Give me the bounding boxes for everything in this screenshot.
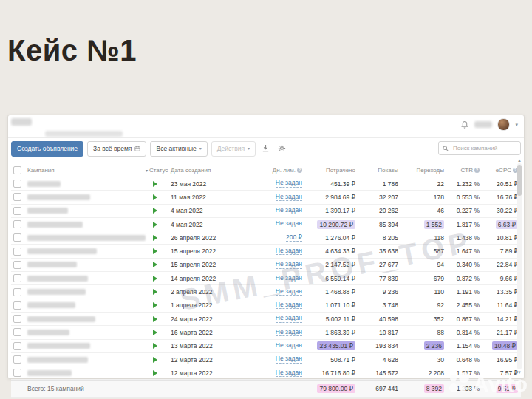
cell-created-date: 12 марта 2022 [171,369,242,377]
campaign-name-blurred[interactable] [27,181,61,187]
row-checkbox[interactable] [13,315,21,323]
status-active-icon[interactable] [153,194,157,200]
cell-clicks: 88 [398,329,444,336]
campaign-name-blurred[interactable] [27,222,83,228]
campaign-name-blurred[interactable] [27,302,75,308]
status-active-icon[interactable] [153,262,157,267]
daily-limit-link[interactable]: Не задан [276,342,302,349]
column-header-Кампания[interactable]: Кампания [27,167,146,174]
scrollbar-track[interactable] [517,163,522,369]
status-active-icon[interactable] [153,276,157,282]
cell-clicks: 2 208 [398,369,444,377]
row-checkbox[interactable] [13,369,21,377]
row-checkbox[interactable] [13,274,21,282]
campaign-name-blurred[interactable] [27,316,95,322]
status-active-icon[interactable] [153,302,157,308]
daily-limit-link[interactable]: Не задан [276,315,302,322]
daily-limit-link[interactable]: Не задан [276,301,302,309]
status-active-icon[interactable] [153,208,157,214]
create-ad-button[interactable]: Создать объявление [11,141,83,157]
row-checkbox[interactable] [13,248,21,256]
campaign-search [438,141,521,155]
period-button[interactable]: За всё время [87,141,146,157]
avatar[interactable] [497,118,510,131]
daily-limit-link[interactable]: Не задан [276,194,302,201]
row-checkbox[interactable] [13,288,21,296]
row-checkbox[interactable] [13,220,21,228]
status-active-icon[interactable] [153,370,157,376]
column-header-CTR[interactable]: CTR? [444,167,480,174]
campaign-name-blurred[interactable] [27,262,77,267]
campaign-name-blurred[interactable] [27,194,90,200]
column-header-Статус[interactable]: ▾Статус [146,167,171,174]
scrollbar-thumb[interactable] [517,165,522,196]
bell-icon[interactable] [460,120,469,129]
campaign-name-blurred[interactable] [27,289,86,295]
campaign-name-blurred[interactable] [27,276,88,282]
screenshot: Кейс №1 ▾ Создать объявление За всё врем… [0,0,532,399]
status-active-icon[interactable] [153,357,157,363]
row-checkbox[interactable] [13,261,21,269]
download-icon [262,144,270,152]
column-header-eCPC[interactable]: eCPC? [480,167,518,174]
row-checkbox[interactable] [13,193,21,201]
status-active-icon[interactable] [153,181,157,187]
campaign-name-blurred[interactable] [27,370,72,376]
status-active-icon[interactable] [153,222,157,228]
column-header-Переходы[interactable]: Переходы [398,167,444,174]
daily-limit-link[interactable]: Не задан [276,369,302,377]
campaign-name-blurred[interactable] [27,343,90,349]
daily-limit-link[interactable]: Не задан [276,220,302,228]
column-header-Потрачено[interactable]: Потрачено [302,167,355,174]
daily-limit-link[interactable]: Не задан [276,275,302,282]
campaign-name-blurred[interactable] [27,248,97,254]
scroll-down-arrow[interactable]: ▼ [517,370,522,375]
campaign-name-blurred[interactable] [27,357,88,363]
row-checkbox[interactable] [13,301,21,310]
select-all-checkbox-cell[interactable] [11,166,27,174]
column-header-Дн. лим.[interactable]: Дн. лим.? [242,167,302,174]
column-header-label: Переходы [416,167,444,174]
status-active-icon[interactable] [153,235,157,241]
row-checkbox[interactable] [13,342,21,350]
status-filter-dropdown[interactable]: Все активные ▾ [150,141,207,157]
daily-limit-link[interactable]: Не задан [276,207,302,214]
select-all-checkbox[interactable] [13,166,21,174]
status-active-icon[interactable] [153,316,157,322]
info-icon[interactable]: ? [474,168,480,173]
search-icon [443,146,449,151]
daily-limit-link[interactable]: Не задан [276,248,302,255]
scroll-up-arrow[interactable]: ▲ [517,158,522,163]
status-active-icon[interactable] [153,248,157,254]
actions-dropdown[interactable]: Действия ▾ [211,141,256,157]
column-header-Дата создания[interactable]: Дата создания [171,167,242,174]
info-icon[interactable]: ? [297,168,302,173]
settings-button[interactable] [276,141,288,155]
row-checkbox[interactable] [13,355,21,364]
campaign-name-blurred[interactable] [27,208,68,214]
export-download-button[interactable] [259,141,272,155]
daily-limit-link[interactable]: Не задан [276,288,302,296]
daily-limit-link[interactable]: Не задан [276,329,302,336]
cell-ecpc: 7.57 ₽ [480,369,518,377]
status-active-icon[interactable] [153,343,157,349]
table-footer-row: Всего: 15 кампаний 79 800.00 ₽ 697 441 8… [11,380,521,398]
daily-limit-link[interactable]: Не задан [276,355,302,363]
chevron-down-icon[interactable]: ▾ [515,122,518,127]
row-checkbox[interactable] [13,180,21,188]
blurred-nav-tab[interactable] [45,131,123,137]
daily-limit-link[interactable]: Не задан [276,261,302,268]
search-input[interactable] [451,144,516,152]
campaign-name-blurred[interactable] [27,235,146,241]
status-active-icon[interactable] [153,330,157,335]
campaign-name-blurred[interactable] [27,330,69,335]
daily-limit-link[interactable]: Не задан [276,180,302,187]
row-checkbox[interactable] [13,207,21,215]
row-checkbox[interactable] [13,328,21,336]
daily-limit-link[interactable]: 200 ₽ [286,234,302,242]
row-checkbox[interactable] [13,233,21,242]
status-active-icon[interactable] [153,289,157,295]
column-header-Показы[interactable]: Показы [355,167,398,174]
table-row: 13 марта 2022Не задан23 435.01 ₽193 8342… [11,340,521,353]
cell-clicks: 1 552 [398,220,444,229]
